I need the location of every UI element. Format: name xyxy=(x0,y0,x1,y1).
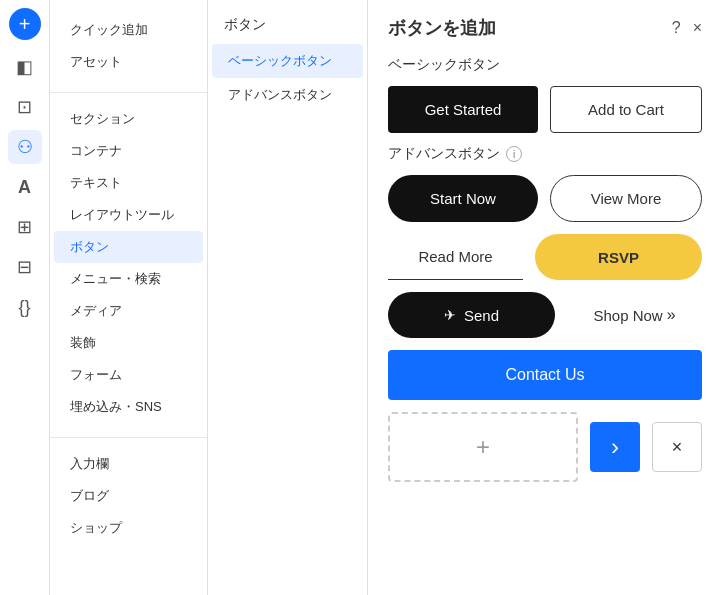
header-icons: ? × xyxy=(672,19,702,37)
divider-2 xyxy=(50,437,207,438)
sub-item-basic[interactable]: ベーシックボタン xyxy=(212,44,363,78)
category-assets[interactable]: アセット xyxy=(54,46,203,78)
category-layout[interactable]: レイアウトツール xyxy=(54,199,203,231)
code-icon[interactable]: {} xyxy=(8,290,42,324)
category-section[interactable]: セクション xyxy=(54,103,203,135)
category-form[interactable]: フォーム xyxy=(54,359,203,391)
components-icon[interactable]: ⚇ xyxy=(8,130,42,164)
advanced-section-row: アドバンスボタン i xyxy=(388,145,702,163)
info-icon[interactable]: i xyxy=(506,146,522,162)
rsvp-button[interactable]: RSVP xyxy=(535,234,702,280)
page-icon[interactable]: ⊡ xyxy=(8,90,42,124)
table-icon[interactable]: ⊟ xyxy=(8,250,42,284)
category-blog[interactable]: ブログ xyxy=(54,480,203,512)
category-decoration[interactable]: 装飾 xyxy=(54,327,203,359)
grid-icon[interactable]: ⊞ xyxy=(8,210,42,244)
start-now-button[interactable]: Start Now xyxy=(388,175,538,222)
basic-section-label: ベーシックボタン xyxy=(388,56,702,74)
category-quick-add[interactable]: クイック追加 xyxy=(54,14,203,46)
send-plane-icon: ✈ xyxy=(444,307,456,323)
add-to-cart-button[interactable]: Add to Cart xyxy=(550,86,702,133)
contact-us-button[interactable]: Contact Us xyxy=(388,350,702,400)
sub-panel-title: ボタン xyxy=(208,10,367,44)
main-panel-header: ボタンを追加 ? × xyxy=(388,16,702,40)
category-container[interactable]: コンテナ xyxy=(54,135,203,167)
shop-now-button[interactable]: Shop Now » xyxy=(567,292,702,338)
add-button[interactable]: + xyxy=(9,8,41,40)
send-button[interactable]: ✈ Send xyxy=(388,292,555,338)
bottom-row: + › × xyxy=(388,412,702,482)
main-panel-title: ボタンを追加 xyxy=(388,16,496,40)
sub-item-advanced[interactable]: アドバンスボタン xyxy=(212,78,363,112)
arrow-right-icon: › xyxy=(611,433,619,461)
adv-row-3: ✈ Send Shop Now » xyxy=(388,292,702,338)
get-started-button[interactable]: Get Started xyxy=(388,86,538,133)
category-embed[interactable]: 埋め込み・SNS xyxy=(54,391,203,423)
x-icon: × xyxy=(672,437,683,458)
category-shop[interactable]: ショップ xyxy=(54,512,203,544)
dismiss-button[interactable]: × xyxy=(652,422,702,472)
chevron-right-icon: » xyxy=(667,306,676,324)
view-more-button[interactable]: View More xyxy=(550,175,702,222)
icon-bar: + ◧ ⊡ ⚇ A ⊞ ⊟ {} xyxy=(0,0,50,595)
close-icon[interactable]: × xyxy=(693,19,702,37)
category-input[interactable]: 入力欄 xyxy=(54,448,203,480)
category-button[interactable]: ボタン xyxy=(54,231,203,263)
adv-row-1: Start Now View More xyxy=(388,175,702,222)
category-text[interactable]: テキスト xyxy=(54,167,203,199)
add-custom-button[interactable]: + xyxy=(388,412,578,482)
sub-panel: ボタン ベーシックボタン アドバンスボタン xyxy=(208,0,368,595)
read-more-button[interactable]: Read More xyxy=(388,234,523,280)
arrow-next-button[interactable]: › xyxy=(590,422,640,472)
basic-button-row: Get Started Add to Cart xyxy=(388,86,702,133)
help-icon[interactable]: ? xyxy=(672,19,681,37)
text-icon[interactable]: A xyxy=(8,170,42,204)
category-menu[interactable]: メニュー・検索 xyxy=(54,263,203,295)
plus-icon: + xyxy=(476,433,490,461)
adv-row-2: Read More RSVP xyxy=(388,234,702,280)
divider xyxy=(50,92,207,93)
category-media[interactable]: メディア xyxy=(54,295,203,327)
main-panel: ボタンを追加 ? × ベーシックボタン Get Started Add to C… xyxy=(368,0,722,595)
advanced-section-label: アドバンスボタン xyxy=(388,145,500,163)
category-panel: クイック追加 アセット セクション コンテナ テキスト レイアウトツール ボタン… xyxy=(50,0,208,595)
layers-icon[interactable]: ◧ xyxy=(8,50,42,84)
